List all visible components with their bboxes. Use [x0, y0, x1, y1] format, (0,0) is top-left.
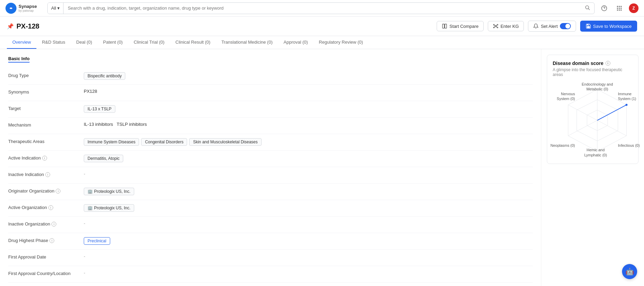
- inactive-org-info-icon[interactable]: i: [51, 222, 56, 227]
- help-button[interactable]: [599, 3, 610, 14]
- svg-point-21: [497, 27, 498, 28]
- radar-label-nervous: NervousSystem (0): [549, 91, 575, 101]
- tab-regulatory-review[interactable]: Regulatory Review (0): [313, 36, 369, 49]
- svg-line-22: [494, 25, 495, 26]
- svg-rect-14: [621, 9, 622, 10]
- first-approval-date-label: First Approval Date: [8, 254, 84, 260]
- active-org-info-icon[interactable]: i: [48, 205, 53, 210]
- tab-patent[interactable]: Patent (0): [97, 36, 128, 49]
- active-indication-row: Active Indication i Dermatitis, Atopic: [8, 151, 533, 167]
- inactive-indication-info-icon[interactable]: i: [45, 172, 50, 177]
- drug-phase-tag: Preclinical: [84, 237, 110, 245]
- logo-text: Synapse: [19, 4, 37, 9]
- therapeutic-area-tag-2: Congenital Disorders: [141, 138, 187, 146]
- radar-label-infectious: Infectious (0): [618, 143, 644, 148]
- active-org-value: 🏢 Proteologix US, Inc.: [84, 204, 533, 212]
- svg-point-19: [497, 24, 498, 25]
- tab-clinical-result[interactable]: Clinical Result (0): [170, 36, 216, 49]
- svg-line-25: [496, 26, 497, 28]
- tab-clinical-trial[interactable]: Clinical Trial (0): [128, 36, 170, 49]
- tab-deal[interactable]: Deal (0): [71, 36, 97, 49]
- user-avatar[interactable]: Z: [629, 3, 639, 13]
- drug-title: PX-128: [16, 22, 39, 30]
- svg-rect-10: [619, 8, 620, 9]
- chevron-down-icon: ▾: [57, 6, 60, 11]
- inactive-indication-value: -: [84, 171, 533, 176]
- svg-rect-16: [445, 24, 447, 28]
- top-nav: Synapse by patsnap All ▾ Z: [0, 0, 644, 16]
- inactive-indication-row: Inactive Indication i -: [8, 167, 533, 184]
- org-document-icon-2: 🏢: [88, 206, 93, 210]
- grid-menu-button[interactable]: [614, 3, 625, 14]
- svg-rect-15: [442, 24, 444, 28]
- svg-point-1: [10, 8, 12, 9]
- svg-rect-6: [617, 6, 618, 7]
- drug-highest-phase-info-icon[interactable]: i: [49, 238, 54, 243]
- first-approval-country-value: -: [84, 270, 533, 275]
- tabs-bar: Overview R&D Status Deal (0) Patent (0) …: [0, 36, 644, 49]
- radar-label-hemic: Hemic andLymphatic (0): [577, 147, 614, 157]
- search-input[interactable]: [64, 6, 580, 11]
- target-tag: IL-13 x TSLP: [84, 105, 115, 113]
- therapeutic-area-tag-1: Immune System Diseases: [84, 138, 139, 146]
- svg-point-35: [625, 104, 628, 106]
- svg-point-20: [493, 27, 494, 28]
- svg-rect-9: [617, 8, 618, 9]
- active-org-label: Active Organization i: [8, 204, 84, 210]
- active-org-tag: 🏢 Proteologix US, Inc.: [84, 204, 134, 212]
- logo: Synapse by patsnap: [5, 3, 43, 14]
- svg-rect-8: [621, 6, 622, 7]
- ai-assistant-button[interactable]: 🤖: [622, 264, 637, 279]
- disease-domain-title: Disease domain score i: [553, 60, 633, 66]
- save-workspace-button[interactable]: Save to Workspace: [580, 21, 637, 32]
- drug-icon: 📌: [7, 23, 14, 30]
- search-button[interactable]: [580, 5, 594, 11]
- originator-org-value: 🏢 Proteologix US, Inc.: [84, 188, 533, 195]
- disease-domain-subtitle: A glimpse into the focused therapeutic a…: [553, 67, 633, 77]
- active-org-row: Active Organization i 🏢 Proteologix US, …: [8, 200, 533, 217]
- therapeutic-areas-row: Therapeutic Areas Immune System Diseases…: [8, 134, 533, 151]
- mechanism-label: Mechanism: [8, 122, 84, 128]
- left-panel: Basic Info Drug Type Bispecific antibody…: [0, 49, 541, 286]
- synonyms-row: Synonyms PX128: [8, 85, 533, 101]
- therapeutic-areas-label: Therapeutic Areas: [8, 138, 84, 144]
- start-compare-button[interactable]: Start Compare: [437, 21, 484, 31]
- tab-overview[interactable]: Overview: [7, 36, 36, 49]
- active-indication-tag: Dermatitis, Atopic: [84, 155, 123, 162]
- set-alert-toggle[interactable]: [560, 23, 571, 29]
- target-value: IL-13 x TSLP: [84, 105, 533, 113]
- drug-type-label: Drug Type: [8, 72, 84, 78]
- logo-subtext: by patsnap: [19, 9, 37, 12]
- svg-rect-11: [621, 8, 622, 9]
- tab-translational-medicine[interactable]: Translational Medicine (0): [216, 36, 278, 49]
- first-approval-date-row: First Approval Date -: [8, 250, 533, 266]
- tab-rd-status[interactable]: R&D Status: [36, 36, 71, 49]
- radar-label-endocrinology: Endocrinology andMetabolic (0): [580, 82, 614, 92]
- disease-domain-card: Disease domain score i A glimpse into th…: [547, 55, 639, 164]
- main-content: Basic Info Drug Type Bispecific antibody…: [0, 49, 644, 286]
- active-indication-value: Dermatitis, Atopic: [84, 155, 533, 162]
- basic-info-heading: Basic Info: [8, 56, 30, 63]
- drug-header: 📌 PX-128 Start Compare Enter KG Set Aler…: [0, 16, 644, 36]
- target-row: Target IL-13 x TSLP: [8, 101, 533, 118]
- svg-rect-12: [617, 9, 618, 10]
- synonyms-label: Synonyms: [8, 89, 84, 95]
- inactive-org-label: Inactive Organization i: [8, 221, 84, 227]
- drug-type-row: Drug Type Bispecific antibody: [8, 68, 533, 85]
- active-indication-info-icon[interactable]: i: [42, 156, 47, 161]
- drug-type-value: Bispecific antibody: [84, 72, 533, 80]
- originator-org-tag: 🏢 Proteologix US, Inc.: [84, 188, 134, 195]
- inactive-org-row: Inactive Organization i -: [8, 217, 533, 233]
- enter-kg-button[interactable]: Enter KG: [488, 21, 524, 31]
- synonyms-value: PX128: [84, 89, 533, 94]
- originator-org-info-icon[interactable]: i: [56, 189, 60, 194]
- svg-line-24: [494, 26, 495, 28]
- svg-point-18: [493, 24, 494, 25]
- disease-domain-info-icon[interactable]: i: [606, 61, 610, 66]
- svg-point-2: [586, 6, 589, 9]
- right-panel: Disease domain score i A glimpse into th…: [541, 49, 644, 286]
- tab-approval[interactable]: Approval (0): [278, 36, 313, 49]
- search-filter-dropdown[interactable]: All ▾: [48, 3, 64, 14]
- therapeutic-area-tag-3: Skin and Musculoskeletal Diseases: [189, 138, 261, 146]
- drug-highest-phase-value: Preclinical: [84, 237, 533, 245]
